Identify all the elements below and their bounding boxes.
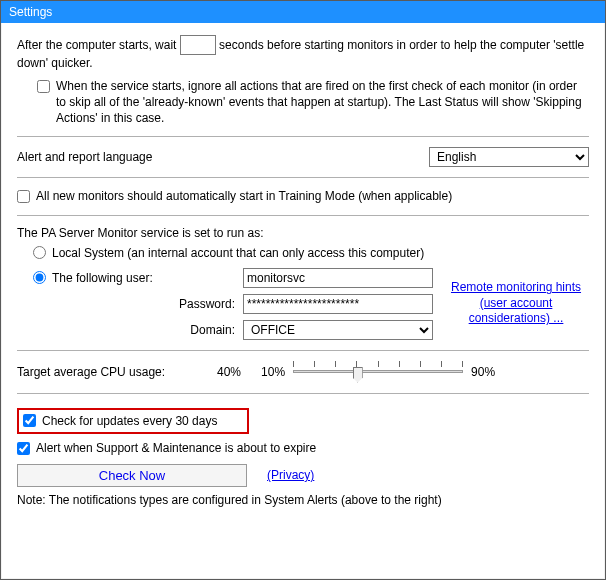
separator: [17, 215, 589, 216]
check-updates-label: Check for updates every 30 days: [42, 414, 217, 428]
ignore-first-check-label: When the service starts, ignore all acti…: [56, 78, 589, 127]
password-input[interactable]: [243, 294, 433, 314]
slider-track: [293, 370, 463, 373]
settings-window: Settings After the computer starts, wait…: [0, 0, 606, 580]
cpu-label: Target average CPU usage:: [17, 365, 197, 379]
user-account-link[interactable]: (user account considerations) ...: [443, 296, 589, 327]
separator: [17, 136, 589, 137]
check-updates-checkbox[interactable]: [23, 414, 36, 427]
language-label: Alert and report language: [17, 150, 152, 164]
window-title: Settings: [9, 5, 52, 19]
check-now-row: Check Now (Privacy): [17, 464, 589, 487]
check-updates-row: Check for updates every 30 days: [17, 404, 589, 434]
separator: [17, 350, 589, 351]
domain-label: Domain:: [33, 323, 243, 337]
domain-select[interactable]: OFFICE: [243, 320, 433, 340]
help-links: Remote monitoring hints (user account co…: [443, 280, 589, 327]
following-user-row: The following user:: [33, 271, 243, 285]
following-user-radio[interactable]: [33, 271, 46, 284]
cpu-current-value: 40%: [217, 365, 241, 379]
content-area: After the computer starts, wait seconds …: [1, 23, 605, 517]
local-system-radio[interactable]: [33, 246, 46, 259]
alert-expire-row: Alert when Support & Maintenance is abou…: [17, 440, 589, 456]
cpu-slider[interactable]: [293, 361, 463, 383]
ignore-first-check-checkbox[interactable]: [37, 80, 50, 93]
separator: [17, 393, 589, 394]
cpu-min-label: 10%: [261, 365, 285, 379]
check-now-button[interactable]: Check Now: [17, 464, 247, 487]
cpu-row: Target average CPU usage: 40% 10% 90%: [17, 361, 589, 383]
training-mode-label: All new monitors should automatically st…: [36, 188, 452, 204]
username-input[interactable]: [243, 268, 433, 288]
alert-expire-label: Alert when Support & Maintenance is abou…: [36, 440, 316, 456]
remote-hints-link[interactable]: Remote monitoring hints: [443, 280, 589, 296]
slider-thumb[interactable]: [353, 367, 363, 383]
separator: [17, 177, 589, 178]
training-mode-row: All new monitors should automatically st…: [17, 188, 589, 204]
cpu-max-label: 90%: [471, 365, 495, 379]
footer-note: Note: The notifications types are config…: [17, 493, 589, 507]
ignore-first-check-row: When the service starts, ignore all acti…: [17, 78, 589, 127]
startup-wait-row: After the computer starts, wait seconds …: [17, 35, 589, 72]
slider-ticks: [293, 361, 463, 369]
startup-prefix: After the computer starts, wait: [17, 38, 176, 52]
local-system-row: Local System (an internal account that c…: [33, 246, 589, 260]
following-user-label: The following user:: [52, 271, 153, 285]
highlight-box: Check for updates every 30 days: [17, 408, 249, 434]
training-mode-checkbox[interactable]: [17, 190, 30, 203]
password-label: Password:: [33, 297, 243, 311]
user-credentials-grid: The following user: Remote monitoring hi…: [33, 268, 589, 340]
alert-expire-checkbox[interactable]: [17, 442, 30, 455]
language-select[interactable]: English: [429, 147, 589, 167]
titlebar: Settings: [1, 1, 605, 23]
language-row: Alert and report language English: [17, 147, 589, 167]
service-intro: The PA Server Monitor service is set to …: [17, 226, 589, 240]
startup-seconds-input[interactable]: [180, 35, 216, 55]
cpu-slider-wrap: 10% 90%: [261, 361, 589, 383]
local-system-label: Local System (an internal account that c…: [52, 246, 424, 260]
privacy-link[interactable]: (Privacy): [267, 468, 314, 482]
